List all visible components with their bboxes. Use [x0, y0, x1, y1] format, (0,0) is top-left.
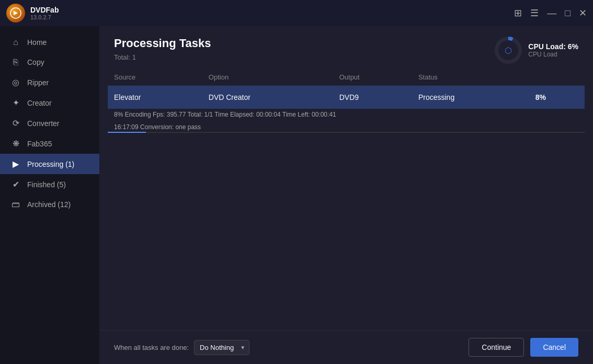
titlebar-left: DVDFab 13.0.2.7 — [6, 4, 59, 22]
when-done-select[interactable]: Do Nothing Shut Down Hibernate Sleep — [194, 340, 249, 355]
sidebar-item-ripper[interactable]: ◎ Ripper — [0, 72, 99, 93]
page-title: Processing Tasks — [114, 37, 211, 50]
processing-icon: ▶ — [10, 159, 21, 169]
grid-icon[interactable]: ⊞ — [514, 7, 522, 19]
close-icon[interactable]: ✕ — [579, 7, 587, 19]
content-header-left: Processing Tasks Total: 1 — [114, 37, 211, 61]
archived-icon: 🗃 — [10, 200, 21, 209]
content-header: Processing Tasks Total: 1 ⬡ CPU Load: 6%… — [99, 26, 593, 69]
progress-fill — [108, 132, 146, 133]
continue-button[interactable]: Continue — [469, 338, 524, 357]
sidebar-label-creator: Creator — [27, 99, 52, 107]
when-done-label: When all tasks are done: — [114, 344, 189, 351]
bottom-bar: When all tasks are done: Do Nothing Shut… — [99, 330, 593, 364]
minimize-icon[interactable]: — — [547, 8, 556, 19]
app-name-block: DVDFab 13.0.2.7 — [30, 6, 59, 20]
dropdown-wrapper: Do Nothing Shut Down Hibernate Sleep ▼ — [194, 340, 249, 355]
cancel-button[interactable]: Cancel — [530, 338, 578, 357]
sidebar-label-archived: Archived (12) — [27, 200, 71, 209]
cpu-text-block: CPU Load: 6% CPU Load — [528, 42, 578, 58]
task-progress-row: 8% Encoding Fps: 395.77 Total: 1/1 Time … — [108, 109, 585, 122]
cpu-circle: ⬡ — [495, 37, 522, 64]
app-name: DVDFab — [30, 6, 59, 14]
sidebar-item-finished[interactable]: ✔ Finished (5) — [0, 174, 99, 195]
task-table-wrapper: Source Option Output Status Elevator DVD… — [99, 69, 593, 330]
task-log-line: 16:17:09 Conversion: one pass — [108, 122, 585, 132]
total-label: Total: 1 — [114, 53, 211, 61]
progress-track — [108, 132, 585, 133]
task-table: Source Option Output Status Elevator DVD… — [108, 69, 585, 133]
sidebar-item-creator[interactable]: ✦ Creator — [0, 93, 99, 113]
main-layout: ⌂ Home ⎘ Copy ◎ Ripper ✦ Creator ⟳ Conve… — [0, 26, 593, 364]
sidebar-item-home[interactable]: ⌂ Home — [0, 32, 99, 52]
menu-icon[interactable]: ☰ — [530, 7, 539, 19]
cpu-widget: ⬡ CPU Load: 6% CPU Load — [495, 37, 578, 64]
sidebar-item-archived[interactable]: 🗃 Archived (12) — [0, 195, 99, 214]
cpu-chip-icon: ⬡ — [505, 46, 512, 55]
task-progress-text: 8% Encoding Fps: 395.77 Total: 1/1 Time … — [108, 109, 585, 122]
sidebar-label-ripper: Ripper — [27, 78, 49, 87]
ripper-icon: ◎ — [10, 77, 21, 87]
copy-icon: ⎘ — [10, 58, 21, 67]
sidebar-item-copy[interactable]: ⎘ Copy — [0, 52, 99, 72]
app-logo — [6, 4, 25, 22]
cpu-circle-inner: ⬡ — [498, 40, 518, 60]
sidebar-label-home: Home — [27, 38, 47, 47]
task-pct: 8% — [529, 86, 585, 109]
col-source: Source — [108, 69, 202, 86]
sidebar-label-fab365: Fab365 — [27, 140, 52, 148]
titlebar-controls: ⊞ ☰ — □ ✕ — [514, 7, 587, 19]
sidebar: ⌂ Home ⎘ Copy ◎ Ripper ✦ Creator ⟳ Conve… — [0, 26, 99, 364]
task-output: DVD9 — [333, 86, 412, 109]
task-log-row: 16:17:09 Conversion: one pass — [108, 122, 585, 132]
sidebar-item-fab365[interactable]: ❋ Fab365 — [0, 133, 99, 154]
converter-icon: ⟳ — [10, 118, 21, 128]
when-done-section: When all tasks are done: Do Nothing Shut… — [114, 340, 249, 355]
creator-icon: ✦ — [10, 98, 21, 108]
home-icon: ⌂ — [10, 38, 21, 47]
maximize-icon[interactable]: □ — [565, 8, 571, 19]
sidebar-label-finished: Finished (5) — [27, 180, 66, 189]
sidebar-item-converter[interactable]: ⟳ Converter — [0, 113, 99, 133]
app-version: 13.0.2.7 — [30, 14, 59, 20]
table-header: Source Option Output Status — [108, 69, 585, 86]
cpu-load-label: CPU Load — [528, 51, 578, 58]
task-status: Processing — [412, 86, 529, 109]
total-text: Total: — [114, 53, 130, 61]
total-count: 1 — [132, 53, 136, 61]
task-option: DVD Creator — [202, 86, 333, 109]
bottom-buttons: Continue Cancel — [469, 338, 578, 357]
col-option: Option — [202, 69, 333, 86]
fab365-icon: ❋ — [10, 139, 21, 149]
task-source: Elevator — [108, 86, 202, 109]
content-area: Processing Tasks Total: 1 ⬡ CPU Load: 6%… — [99, 26, 593, 364]
col-output: Output — [333, 69, 412, 86]
table-row[interactable]: Elevator DVD Creator DVD9 Processing 8% — [108, 86, 585, 109]
sidebar-label-copy: Copy — [27, 58, 44, 66]
sidebar-label-converter: Converter — [27, 119, 59, 128]
cpu-load-percent: CPU Load: 6% — [528, 42, 578, 51]
table-body: Elevator DVD Creator DVD9 Processing 8% … — [108, 86, 585, 133]
col-pct — [529, 69, 585, 86]
titlebar: DVDFab 13.0.2.7 ⊞ ☰ — □ ✕ — [0, 0, 593, 26]
progress-bar-row — [108, 132, 585, 133]
sidebar-item-processing[interactable]: ▶ Processing (1) — [0, 154, 99, 174]
finished-icon: ✔ — [10, 179, 21, 189]
sidebar-label-processing: Processing (1) — [27, 160, 74, 168]
col-status: Status — [412, 69, 529, 86]
